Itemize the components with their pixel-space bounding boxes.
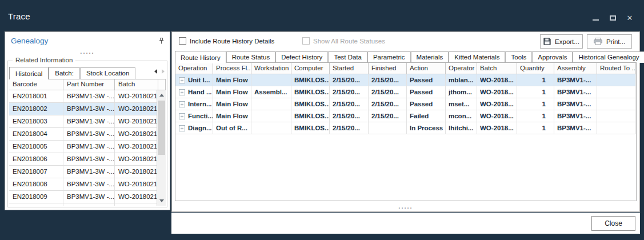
table-row[interactable]: Functi...Main FlowBMIKLOS...2/15/20...2/… — [175, 110, 636, 122]
column-header-operator[interactable]: Operator — [446, 63, 477, 74]
column-header-started[interactable]: Started — [330, 63, 369, 74]
expand-row-icon[interactable] — [179, 113, 185, 119]
cell-operation: Functi... — [175, 110, 213, 122]
scroll-down-icon[interactable] — [157, 197, 166, 205]
expand-row-icon[interactable] — [179, 89, 185, 95]
cell-routed-to — [597, 122, 636, 134]
list-item[interactable]: EN2018004BP3MV1-3W -...WO-2018021... — [9, 128, 166, 141]
pin-icon[interactable] — [158, 37, 165, 45]
table-row[interactable]: Intern...Main FlowBMIKLOS...2/15/20...2/… — [175, 98, 636, 110]
batch-cell: WO-2018021... — [115, 203, 158, 206]
tab-stock-location[interactable]: Stock Location — [80, 67, 135, 79]
expand-row-icon[interactable] — [179, 77, 185, 83]
column-header-action[interactable]: Action — [407, 63, 446, 74]
cell-process-fl: Main Flow — [213, 98, 251, 110]
cell-quantity: 1 — [517, 86, 554, 98]
list-item[interactable]: EN2018007BP3MV1-3W -...WO-2018021... — [9, 166, 166, 178]
column-header-quantity[interactable]: Quantity — [517, 63, 554, 74]
include-route-history-checkbox[interactable]: Include Route History Details — [179, 37, 274, 45]
table-row[interactable]: Hand ...Main FlowAssembl...BMIKLOS...2/1… — [175, 86, 636, 98]
list-item[interactable]: EN2018003BP3MV1-3W -...WO-2018021... — [9, 115, 166, 128]
column-header-batch[interactable]: Batch — [477, 63, 517, 74]
cell-operator: lhitchi... — [446, 122, 477, 134]
column-header-batch[interactable]: Batch — [115, 79, 158, 90]
cell-assembly: BP3MV1-... — [554, 98, 597, 110]
cell-finished: 2/15/20... — [369, 86, 407, 98]
cell-computer: BMIKLOS... — [291, 122, 330, 134]
tab-route-history[interactable]: Route History — [175, 51, 226, 63]
export-button[interactable]: Export... — [540, 34, 583, 49]
list-item[interactable]: EN2018010BP3MV1-3W -...WO-2018021... — [9, 203, 166, 206]
cell-operation: Intern... — [175, 98, 213, 110]
column-header-computer[interactable]: Computer — [291, 63, 330, 74]
tab-defect-history[interactable]: Defect History — [275, 51, 328, 63]
list-item[interactable]: EN2018009BP3MV1-3W -...WO-2018021... — [9, 191, 166, 203]
tab-test-data[interactable]: Test Data — [328, 51, 367, 63]
tab-scroll-right-icon — [162, 69, 165, 74]
tab-parametric[interactable]: Parametric — [367, 51, 411, 63]
table-row[interactable]: Unit I...Main FlowBMIKLOS...2/15/20...2/… — [175, 74, 636, 86]
list-item[interactable]: EN2018006BP3MV1-3W -...WO-2018021... — [9, 153, 166, 166]
column-header-operation[interactable]: Operation — [175, 63, 213, 74]
close-window-button[interactable]: ✕ — [626, 14, 634, 22]
cell-batch: WO-2018... — [477, 98, 517, 110]
tab-route-status[interactable]: Route Status — [226, 51, 275, 63]
title-bar: Trace ✕ — [0, 0, 644, 29]
tab-historical-genealogy[interactable]: Historical Genealogy — [573, 51, 644, 63]
cell-assembly: BP3MV1-... — [554, 86, 597, 98]
tab-materials[interactable]: Materials — [411, 51, 449, 63]
barcode-cell: EN2018010 — [9, 203, 63, 206]
batch-cell: WO-2018021... — [115, 178, 158, 190]
cell-action: In Process — [407, 122, 446, 134]
tab-batch[interactable]: Batch: — [49, 67, 80, 79]
tab-approvals[interactable]: Approvals — [532, 51, 573, 63]
expand-row-icon[interactable] — [179, 101, 185, 107]
cell-finished: 2/15/20... — [369, 74, 407, 86]
cell-assembly: BP3MV1-... — [554, 74, 597, 86]
maximize-button[interactable] — [609, 14, 617, 22]
minimize-button[interactable] — [591, 14, 599, 22]
cell-batch: WO-2018... — [477, 110, 517, 122]
cell-quantity: 1 — [517, 110, 554, 122]
tab-scroll-left-icon[interactable] — [154, 69, 157, 74]
tab-kitted-materials[interactable]: Kitted Materials — [449, 51, 505, 63]
route-history-grid: OperationProcess Fl...WorkstationCompute… — [175, 62, 637, 201]
scrollbar-thumb[interactable] — [158, 101, 165, 155]
panel-splitter-handle[interactable]: ..... — [5, 48, 170, 55]
cell-quantity: 1 — [517, 98, 554, 110]
footer-bar: Close — [171, 213, 640, 234]
tab-tools[interactable]: Tools — [505, 51, 532, 63]
cell-action: Passed — [407, 74, 446, 86]
close-icon: ✕ — [627, 14, 633, 22]
column-header-assembly[interactable]: Assembly — [554, 63, 597, 74]
column-header-workstation[interactable]: Workstation — [251, 63, 291, 74]
column-header-routed-to[interactable]: Routed To ... — [597, 63, 636, 74]
minimize-icon — [593, 19, 599, 21]
column-header-part-number[interactable]: Part Number — [63, 79, 115, 90]
cell-computer: BMIKLOS... — [291, 86, 330, 98]
list-item[interactable]: EN2018008BP3MV1-3W -...WO-2018021... — [9, 178, 166, 191]
column-header-finished[interactable]: Finished — [369, 63, 407, 74]
vertical-scrollbar[interactable] — [157, 90, 166, 206]
scroll-up-icon[interactable] — [157, 91, 166, 99]
expand-row-icon[interactable] — [179, 125, 185, 131]
list-item[interactable]: EN2018005BP3MV1-3W -...WO-2018021... — [9, 141, 166, 153]
part-number-cell: BP3MV1-3W -... — [63, 166, 115, 178]
route-history-panel: Include Route History Details Show All R… — [171, 31, 640, 212]
part-number-cell: BP3MV1-3W -... — [63, 128, 115, 140]
cell-process-fl: Main Flow — [213, 86, 251, 98]
close-button[interactable]: Close — [591, 216, 635, 231]
list-item[interactable]: EN2018002BP3MV1-3W -...WO-2018021... — [9, 103, 166, 115]
grid-splitter-handle[interactable]: ..... — [172, 203, 639, 210]
table-row[interactable]: Diagn...Out of R...BMIKLOS...2/15/20...I… — [175, 122, 636, 134]
column-header-barcode[interactable]: Barcode — [9, 79, 63, 90]
cell-action: Passed — [407, 86, 446, 98]
tab-historical[interactable]: Historical — [9, 67, 49, 79]
column-header-process-fl[interactable]: Process Fl... — [213, 63, 251, 74]
barcode-cell: EN2018009 — [9, 191, 63, 203]
checkbox-label: Show All Route Statuses — [313, 38, 385, 45]
route-tabstrip: Route HistoryRoute StatusDefect HistoryT… — [175, 51, 637, 63]
cell-action: Passed — [407, 98, 446, 110]
list-item[interactable]: EN2018001BP3MV1-3W -...WO-2018021... — [9, 90, 166, 103]
print-button[interactable]: Print... — [587, 34, 632, 49]
